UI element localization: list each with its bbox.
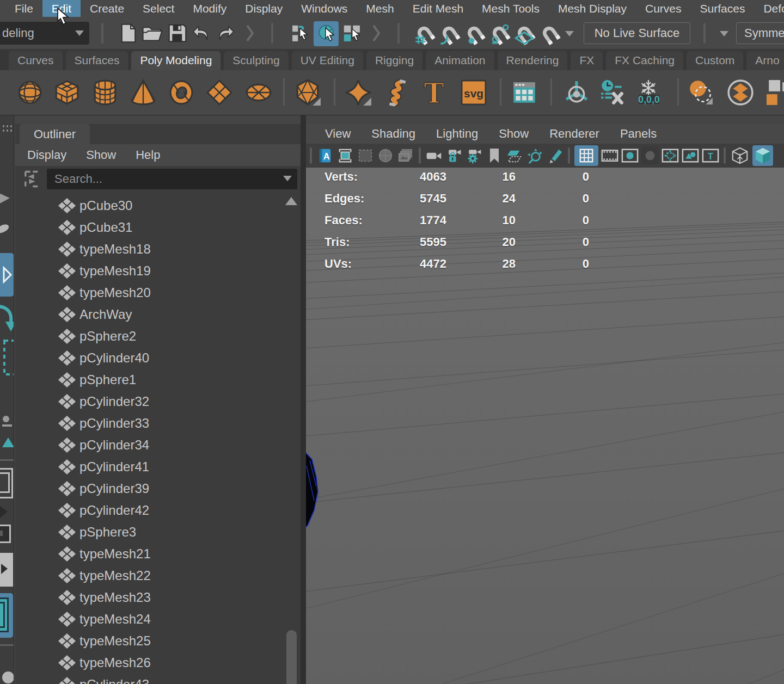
outliner-item-pCylinder40[interactable]: pCylinder40 [15, 347, 301, 369]
select-hierarchy-button[interactable] [287, 21, 313, 46]
layout-small-1-button[interactable] [0, 505, 12, 520]
viewport-menu-show[interactable]: Show [499, 127, 529, 141]
resolution-gate-button[interactable] [336, 147, 354, 164]
layout-active-button[interactable] [0, 593, 13, 638]
safe-title-button[interactable]: T [702, 147, 719, 164]
shelf-tab-surfaces[interactable]: Surfaces [66, 51, 128, 70]
poly-sphere-button[interactable] [16, 78, 44, 107]
select-object-button[interactable] [314, 21, 339, 46]
shelf-tab-arno[interactable]: Arno [746, 51, 784, 70]
outliner-item-typeMesh20[interactable]: typeMesh20 [15, 282, 301, 304]
outliner-item-pCylinder39[interactable]: pCylinder39 [15, 478, 301, 500]
outliner-item-typeMesh25[interactable]: typeMesh25 [15, 630, 301, 652]
outliner-menu-display[interactable]: Display [27, 148, 66, 162]
outliner-item-typeMesh21[interactable]: typeMesh21 [15, 543, 301, 565]
gate-mask-button[interactable] [357, 147, 374, 164]
outliner-item-pSphere2[interactable]: pSphere2 [15, 325, 301, 347]
menu-mesh-display[interactable]: Mesh Display [549, 0, 636, 17]
menu-create[interactable]: Create [81, 0, 133, 17]
resolution-indicator-button[interactable] [621, 147, 639, 164]
grid-toggle-button[interactable] [574, 145, 598, 166]
outliner-tab[interactable]: Outliner [20, 124, 90, 144]
viewport-menu-lighting[interactable]: Lighting [436, 127, 478, 141]
boolean-button[interactable] [687, 78, 714, 107]
field-chart-button[interactable] [661, 147, 679, 164]
outliner-search-input[interactable] [47, 169, 297, 189]
separate-button[interactable] [767, 78, 784, 107]
shelf-tab-custom[interactable]: Custom [687, 51, 743, 70]
outliner-item-pSphere1[interactable]: pSphere1 [15, 369, 301, 391]
toolbar-separator[interactable] [703, 23, 706, 44]
combine-button[interactable] [727, 78, 754, 107]
image-plane-stack-button[interactable] [397, 147, 414, 164]
viewport-canvas[interactable]: Verts: 4063 16 0 Edges: 5745 24 0 Faces:… [306, 168, 784, 684]
outliner-item-pCylinder33[interactable]: pCylinder33 [15, 412, 301, 434]
platonic-solid-button[interactable] [294, 78, 321, 107]
menu-display[interactable]: Display [236, 0, 292, 17]
film-gate-sphere-button[interactable] [377, 147, 394, 164]
outliner-item-pCylinder43[interactable]: pCylinder43 [15, 674, 301, 684]
menu-select[interactable]: Select [133, 0, 183, 17]
menu-file[interactable]: File [5, 0, 42, 17]
shelf-tab-animation[interactable]: Animation [426, 51, 494, 70]
select-camera-button[interactable] [425, 147, 443, 164]
active-tool-button[interactable] [0, 253, 14, 297]
lock-camera-button[interactable] [445, 147, 463, 164]
image-plane-button[interactable] [506, 147, 523, 164]
snap-projected-center-button[interactable] [488, 22, 511, 45]
viewport-menu-view[interactable]: View [325, 127, 351, 141]
outliner-menu-help[interactable]: Help [136, 148, 160, 162]
toolbar-separator[interactable] [271, 23, 273, 44]
menu-surfaces[interactable]: Surfaces [691, 0, 755, 17]
outliner-item-typeMesh24[interactable]: typeMesh24 [15, 608, 301, 630]
select-component-button[interactable] [340, 21, 365, 46]
bookmark-button[interactable] [486, 147, 503, 164]
poly-plane-button[interactable] [206, 78, 233, 107]
live-surface-field[interactable]: No Live Surface [584, 22, 690, 44]
snap-curve-button[interactable] [438, 22, 461, 45]
viewport-menu-renderer[interactable]: Renderer [549, 127, 599, 141]
outliner-item-pCylinder42[interactable]: pCylinder42 [15, 500, 301, 521]
viewport-menu-shading[interactable]: Shading [371, 127, 415, 141]
poly-disc-button[interactable] [245, 78, 272, 107]
save-scene-button[interactable] [167, 22, 188, 44]
outliner-item-ArchWay[interactable]: ArchWay [15, 304, 301, 325]
attribute-book-button[interactable]: A [316, 147, 334, 164]
small-tool-partial-icon[interactable] [1, 415, 14, 429]
outliner-item-typeMesh22[interactable]: typeMesh22 [15, 565, 301, 587]
viewport-menu-panels[interactable]: Panels [620, 127, 657, 141]
shelf-tab-rendering[interactable]: Rendering [498, 51, 568, 70]
poly-cylinder-button[interactable] [91, 78, 119, 107]
layout-three-pane-button[interactable] [0, 553, 13, 587]
filter-icon[interactable] [22, 169, 41, 189]
outliner-item-pCylinder41[interactable]: pCylinder41 [15, 456, 301, 478]
center-pivot-button[interactable] [563, 78, 590, 107]
menu-curves[interactable]: Curves [636, 0, 691, 17]
shelf-tab-sculpting[interactable]: Sculpting [224, 51, 288, 70]
poly-helix-button[interactable] [383, 78, 410, 107]
panel-drag-handle[interactable] [2, 124, 14, 133]
outliner-item-typeMesh23[interactable]: typeMesh23 [15, 587, 301, 608]
scale-tool-partial-icon[interactable] [3, 340, 14, 377]
open-scene-button[interactable] [142, 22, 163, 44]
panel-splitter[interactable] [301, 115, 306, 684]
lasso-tool-partial-icon[interactable] [0, 218, 12, 236]
shelf-tab-fx[interactable]: FX [571, 51, 603, 70]
menu-mesh[interactable]: Mesh [357, 0, 403, 17]
outliner-item-pCube31[interactable]: pCube31 [15, 217, 301, 238]
section-chevron[interactable] [372, 24, 380, 42]
layout-small-2-button[interactable] [0, 525, 11, 543]
outliner-item-pCylinder32[interactable]: pCylinder32 [15, 391, 301, 412]
shelf-expand-chevron[interactable] [246, 24, 254, 42]
outliner-item-typeMesh18[interactable]: typeMesh18 [15, 238, 301, 260]
symmetry-dropdown[interactable]: Symmet [736, 22, 784, 44]
undo-button[interactable] [191, 22, 212, 44]
snap-point-button[interactable] [463, 22, 486, 45]
toolbar-separator[interactable] [397, 23, 400, 44]
poly-text-button[interactable]: T [420, 78, 448, 107]
outliner-item-typeMesh26[interactable]: typeMesh26 [15, 652, 301, 674]
shaded-cube-button[interactable] [752, 145, 773, 166]
poly-torus-button[interactable] [168, 78, 195, 107]
search-dropdown-chevron[interactable] [283, 176, 292, 181]
poly-cone-button[interactable] [130, 78, 157, 107]
